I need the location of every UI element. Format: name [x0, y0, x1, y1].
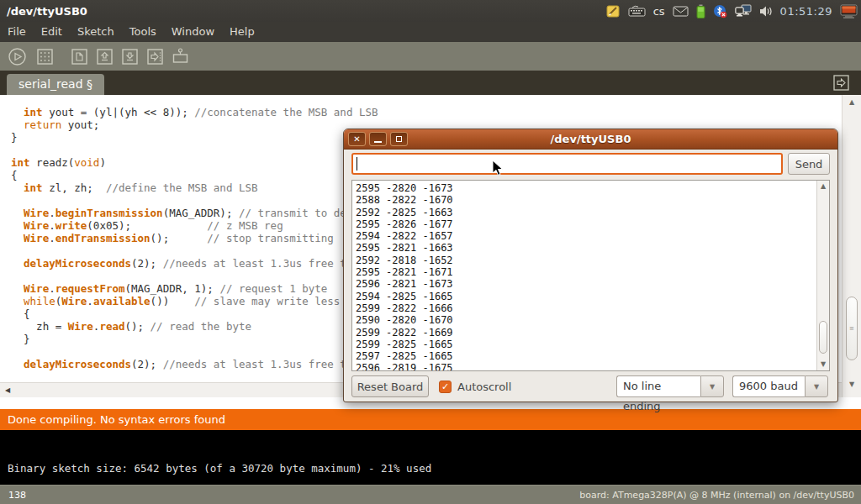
serial-monitor-titlebar[interactable]: ✕ /dev/ttyUSB0	[344, 129, 837, 150]
mail-icon[interactable]	[673, 6, 689, 17]
serial-output-area[interactable]: 2595 -2820 -16732588 -2822 -16702592 -28…	[351, 180, 830, 371]
baud-rate-select[interactable]: 9600 baud ▼	[732, 375, 828, 397]
serial-row: 2595 -2826 -1677	[356, 218, 826, 230]
bluetooth-icon[interactable]	[713, 4, 727, 18]
text-caret	[357, 157, 357, 171]
menu-item-window[interactable]: Window	[164, 22, 222, 42]
serial-row: 2594 -2822 -1657	[356, 230, 826, 242]
serial-monitor-window: ✕ /dev/ttyUSB0 Send 2595 -2820 -16732588…	[343, 129, 838, 402]
autoscroll-label: Autoscroll	[457, 381, 511, 393]
line-ending-value[interactable]: No line ending	[616, 375, 700, 397]
reset-board-button[interactable]: Reset Board	[351, 375, 429, 397]
chevron-down-icon[interactable]: ▼	[805, 375, 828, 397]
editor-vertical-scrollbar[interactable]: ▲ ≡ ▼	[842, 95, 861, 397]
menu-item-file[interactable]: File	[0, 22, 34, 42]
serial-input[interactable]	[351, 153, 783, 175]
serial-row: 2588 -2822 -1670	[356, 194, 826, 206]
serial-scroll-thumb[interactable]	[819, 321, 827, 353]
serial-row: 2599 -2822 -1666	[356, 302, 826, 314]
clock[interactable]: 01:51:29	[780, 5, 832, 18]
line-number: 138	[0, 490, 26, 501]
scroll-up-icon[interactable]: ▲	[817, 182, 829, 191]
serial-row: 2595 -2821 -1671	[356, 266, 826, 278]
menu-item-sketch[interactable]: Sketch	[70, 22, 122, 42]
send-button[interactable]: Send	[788, 153, 830, 175]
new-button[interactable]	[69, 46, 89, 66]
session-icon[interactable]	[840, 4, 858, 18]
window-title: /dev/ttyUSB0	[0, 5, 87, 18]
serial-monitor-title: /dev/ttyUSB0	[344, 129, 837, 150]
console-output: Binary sketch size: 6542 bytes (of a 307…	[0, 430, 861, 485]
tab-serial-read[interactable]: serial_read §	[7, 74, 104, 95]
serial-row: 2595 -2820 -1673	[356, 182, 826, 194]
serial-output: 2595 -2820 -16732588 -2822 -16702592 -28…	[352, 181, 829, 371]
tab-bar: serial_read §	[0, 71, 861, 95]
mouse-cursor	[492, 160, 504, 176]
scroll-down-icon[interactable]: ▼	[843, 381, 861, 389]
serial-row: 2599 -2825 -1665	[356, 339, 826, 350]
serial-row: 2594 -2825 -1665	[356, 291, 826, 302]
status-bar: Done compiling. No syntax errors found	[0, 409, 861, 430]
board-info: board: ATmega328P(A) @ 8 MHz (internal) …	[579, 490, 861, 501]
serial-row: 2595 -2821 -1663	[356, 242, 826, 254]
serial-monitor-button[interactable]	[170, 46, 190, 66]
serial-row: 2596 -2819 -1675	[356, 362, 826, 371]
network-icon[interactable]	[735, 4, 752, 18]
code-line: int yout = (yl|(yh << 8)); //concatenate…	[11, 106, 842, 118]
autoscroll-checkbox[interactable]: ✓	[439, 381, 452, 393]
status-message: Done compiling. No syntax errors found	[8, 413, 225, 426]
baud-rate-value[interactable]: 9600 baud	[732, 375, 805, 397]
serial-row: 2590 -2820 -1670	[356, 314, 826, 326]
scroll-down-icon[interactable]: ▼	[817, 360, 829, 369]
menu-item-help[interactable]: Help	[222, 22, 262, 42]
serial-row: 2597 -2825 -1665	[356, 350, 826, 362]
menu-item-edit[interactable]: Edit	[34, 22, 70, 42]
chevron-down-icon[interactable]: ▼	[700, 375, 724, 397]
stop-button[interactable]	[34, 46, 55, 66]
verify-button[interactable]	[7, 46, 27, 66]
top-panel: /dev/ttyUSB0 cs 01:51:	[0, 0, 861, 22]
upload-button[interactable]	[145, 46, 165, 66]
serial-scrollbar[interactable]: ▲ ▼	[816, 181, 829, 370]
toolbar	[0, 42, 861, 71]
keyboard-icon[interactable]	[628, 5, 646, 17]
screen: /dev/ttyUSB0 cs 01:51:	[0, 0, 861, 504]
scroll-up-icon[interactable]: ▲	[843, 98, 861, 107]
battery-icon[interactable]	[696, 4, 705, 18]
notes-icon[interactable]	[606, 4, 621, 18]
serial-row: 2596 -2821 -1673	[356, 278, 826, 290]
system-tray: cs 01:51:29	[606, 4, 861, 18]
menu-item-tools[interactable]: Tools	[122, 22, 164, 42]
serial-row: 2599 -2822 -1669	[356, 327, 826, 339]
volume-icon[interactable]	[759, 5, 773, 18]
tab-menu-icon[interactable]	[833, 75, 849, 94]
save-button[interactable]	[119, 46, 140, 66]
editor-scroll-thumb[interactable]: ≡	[846, 297, 858, 360]
line-ending-select[interactable]: No line ending ▼	[616, 375, 724, 397]
scroll-left-icon[interactable]: ◀	[5, 386, 10, 394]
serial-row: 2592 -2818 -1652	[356, 255, 826, 266]
footer-status: 138 board: ATmega328P(A) @ 8 MHz (intern…	[0, 485, 861, 504]
console-text: Binary sketch size: 6542 bytes (of a 307…	[8, 462, 431, 475]
serial-row: 2592 -2825 -1663	[356, 207, 826, 218]
menu-bar: FileEditSketchToolsWindowHelp	[0, 22, 861, 42]
keyboard-layout-label[interactable]: cs	[653, 5, 665, 18]
open-button[interactable]	[94, 46, 114, 66]
